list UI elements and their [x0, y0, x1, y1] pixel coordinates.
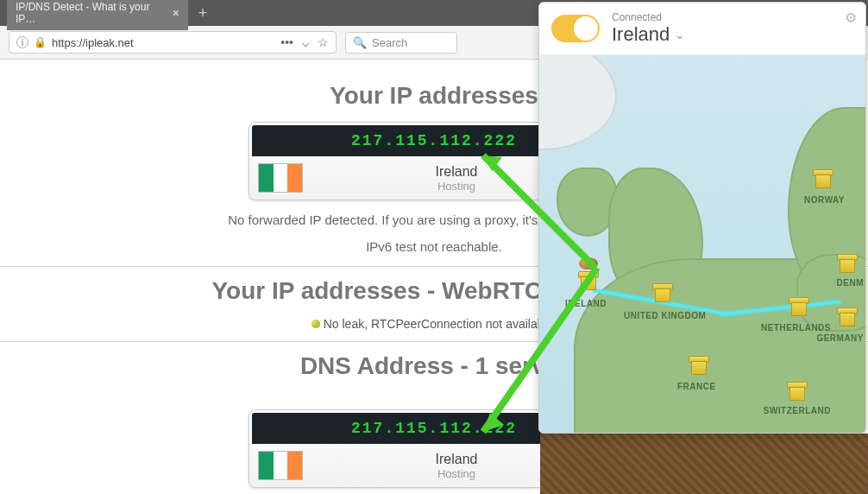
map-label-france: FRANCE [677, 382, 716, 391]
url-text: https://ipleak.net [52, 36, 134, 49]
url-bar[interactable]: i 🔒 https://ipleak.net ••• ⌵ ☆ [9, 31, 337, 54]
close-tab-icon[interactable]: × [173, 6, 179, 20]
browser-tab[interactable]: IP/DNS Detect - What is your IP… × [7, 0, 188, 30]
map-server-uk[interactable] [650, 282, 676, 302]
bookmark-star-icon[interactable]: ☆ [318, 35, 329, 49]
annotation-arrow-top [466, 130, 613, 276]
lock-icon: 🔒 [34, 36, 47, 48]
map-label-denmark: DENM [837, 278, 864, 288]
tab-title: IP/DNS Detect - What is your IP… [16, 1, 166, 25]
gear-icon[interactable]: ⚙ [845, 10, 857, 26]
flag-ireland-icon [258, 163, 303, 193]
vpn-header: Connected Ireland ⌄ ⚙ [539, 3, 865, 55]
more-icon[interactable]: ••• [280, 35, 293, 49]
vpn-status: Connected [612, 11, 685, 23]
status-dot-icon [311, 320, 320, 328]
flag-ireland-icon [258, 451, 303, 480]
map-server-netherlands[interactable] [786, 295, 812, 316]
annotation-arrow-bottom [466, 259, 621, 449]
vpn-toggle[interactable] [551, 15, 600, 42]
pocket-icon[interactable]: ⌵ [302, 35, 309, 49]
map-label-switzerland: SWITZERLAND [764, 406, 831, 415]
map-server-germany[interactable] [834, 306, 860, 326]
map-label-uk: UNITED KINGDOM [624, 311, 706, 320]
svg-line-0 [483, 155, 595, 268]
site-info-icon[interactable]: i [16, 36, 28, 48]
map-label-germany: GERMANY [816, 333, 864, 343]
map-server-norway[interactable] [810, 168, 836, 188]
search-placeholder: Search [372, 36, 407, 49]
vpn-country-name: Ireland [612, 23, 670, 46]
new-tab-button[interactable]: + [193, 3, 212, 22]
map-label-netherlands: NETHERLANDS [761, 323, 831, 332]
map-server-denmark[interactable] [834, 252, 860, 273]
search-bar[interactable]: 🔍 Search [345, 32, 457, 54]
map-label-norway: NORWAY [804, 195, 845, 205]
map-server-france[interactable] [686, 354, 712, 375]
search-icon: 🔍 [353, 36, 367, 49]
map-server-switzerland[interactable] [784, 380, 810, 401]
vpn-country-selector[interactable]: Ireland ⌄ [612, 23, 685, 46]
chevron-down-icon: ⌄ [675, 28, 685, 41]
svg-line-2 [483, 268, 597, 432]
